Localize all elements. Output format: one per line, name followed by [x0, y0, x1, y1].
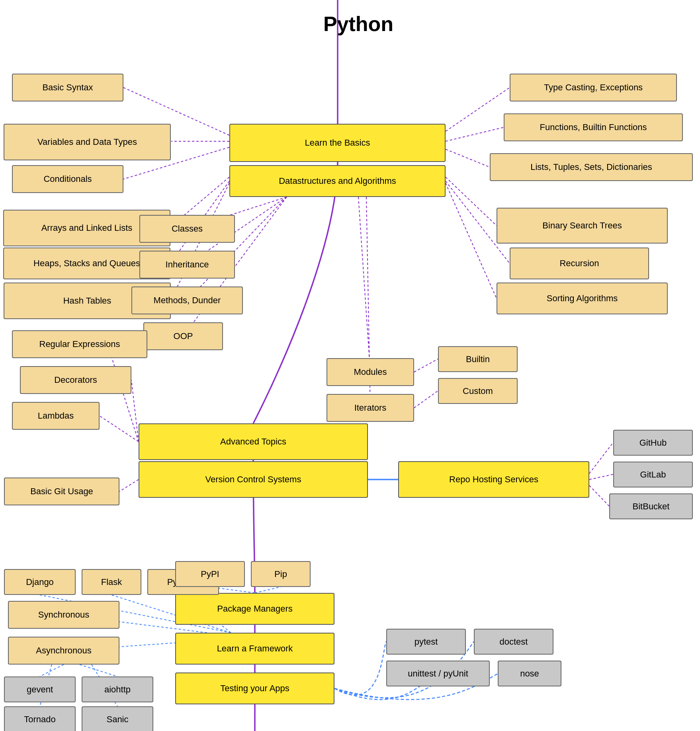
svg-line-35 — [40, 665, 64, 676]
svg-line-12 — [446, 183, 497, 298]
node-recursion: Recursion — [510, 248, 649, 279]
node-conditionals: Conditionals — [12, 165, 123, 193]
svg-line-26 — [589, 474, 613, 480]
node-oop: OOP — [143, 322, 223, 350]
node-custom: Custom — [438, 378, 518, 404]
node-pip: Pip — [251, 561, 311, 587]
node-aiohttp: aiohttp — [82, 676, 153, 702]
svg-line-22 — [131, 380, 139, 442]
node-type_casting: Type Casting, Exceptions — [510, 74, 677, 101]
node-django: Django — [4, 569, 76, 595]
svg-line-5 — [446, 127, 504, 141]
node-ds_algo: Datastructures and Algorithms — [229, 165, 446, 197]
node-repo_hosting: Repo Hosting Services — [398, 461, 589, 498]
svg-line-23 — [100, 416, 139, 442]
node-advanced_topics: Advanced Topics — [139, 423, 368, 460]
node-regular_exp: Regular Expressions — [12, 330, 147, 358]
node-builtin: Builtin — [438, 346, 518, 372]
svg-line-6 — [446, 149, 490, 167]
node-gitlab: GitLab — [613, 462, 693, 487]
node-flask: Flask — [82, 569, 141, 595]
svg-line-25 — [589, 442, 613, 474]
svg-line-10 — [446, 177, 497, 226]
svg-line-15 — [187, 197, 287, 300]
node-iterators: Iterators — [327, 394, 414, 422]
svg-line-29 — [255, 587, 281, 593]
svg-line-36 — [80, 665, 117, 676]
node-package_managers: Package Managers — [175, 593, 334, 625]
node-decorators: Decorators — [20, 366, 131, 394]
node-variables: Variables and Data Types — [4, 124, 171, 160]
node-modules: Modules — [327, 358, 414, 386]
svg-line-4 — [446, 88, 510, 131]
node-inheritance: Inheritance — [139, 251, 235, 279]
node-basic_git: Basic Git Usage — [4, 478, 119, 505]
node-classes: Classes — [139, 215, 235, 243]
svg-line-27 — [589, 485, 609, 506]
node-synchronous: Synchronous — [8, 601, 119, 629]
node-asynchronous: Asynchronous — [8, 637, 119, 665]
node-pypi: PyPI — [175, 561, 245, 587]
node-doctest: doctest — [474, 629, 553, 655]
node-sanic: Sanic — [82, 706, 153, 731]
svg-line-19 — [414, 359, 438, 372]
node-gevent: gevent — [4, 676, 76, 702]
node-github: GitHub — [613, 430, 693, 456]
node-unittest: unittest / pyUnit — [386, 661, 490, 686]
node-testing: Testing your Apps — [175, 673, 334, 704]
node-methods: Methods, Dunder — [131, 287, 243, 314]
node-nose: nose — [498, 661, 561, 686]
node-sorting: Sorting Algorithms — [497, 283, 668, 314]
node-functions: Functions, Builtin Functions — [504, 113, 683, 141]
node-learn_framework: Learn a Framework — [175, 633, 334, 665]
page-title: Python — [299, 12, 418, 36]
svg-line-17 — [358, 197, 370, 372]
node-binary_search: Binary Search Trees — [497, 208, 668, 244]
node-lists_tuples: Lists, Tuples, Sets, Dictionaries — [490, 153, 693, 181]
node-tornado: Tornado — [4, 706, 76, 731]
node-lambdas: Lambdas — [12, 402, 100, 430]
node-pytest: pytest — [386, 629, 466, 655]
node-basic_syntax: Basic Syntax — [12, 74, 123, 101]
svg-line-24 — [119, 480, 139, 491]
node-learn_basics: Learn the Basics — [229, 124, 446, 162]
node-bitbucket: BitBucket — [609, 493, 693, 519]
node-version_control: Version Control Systems — [139, 461, 368, 498]
svg-line-20 — [414, 391, 438, 408]
